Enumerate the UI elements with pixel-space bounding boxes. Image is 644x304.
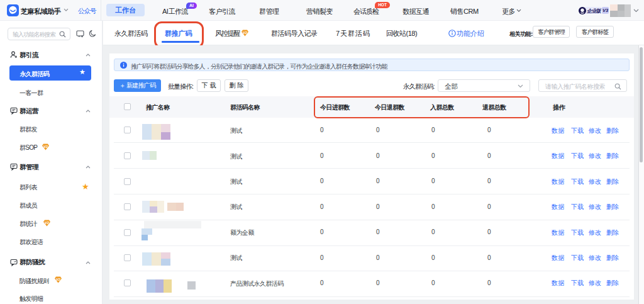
svg-text:V2: V2 <box>45 221 50 225</box>
svg-text:V2: V2 <box>43 145 48 149</box>
svg-text:V2: V2 <box>243 31 248 35</box>
svg-text:V2: V2 <box>56 278 61 281</box>
